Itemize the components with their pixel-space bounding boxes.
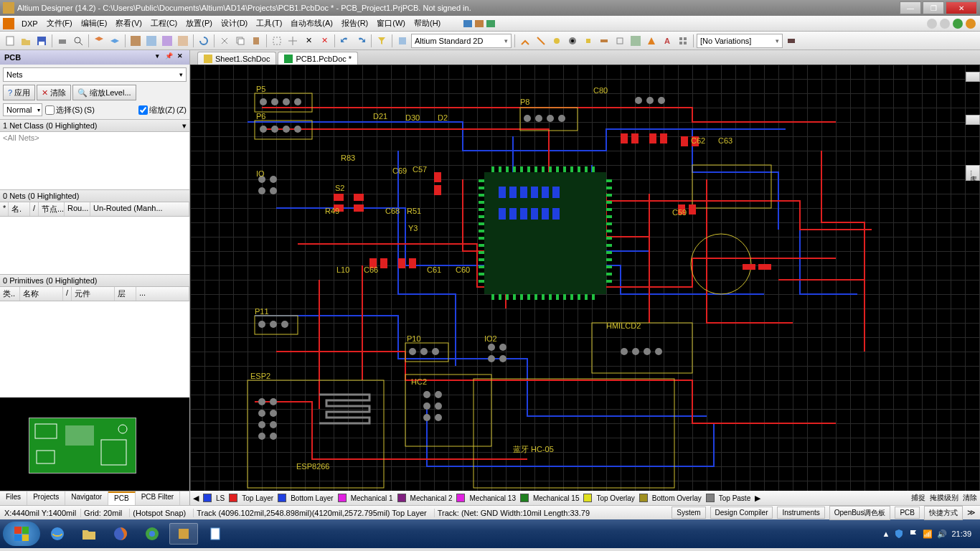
move-button[interactable] [286, 34, 300, 48]
tab-schdoc[interactable]: Sheet1.SchDoc [197, 52, 276, 65]
panel-close-icon[interactable]: ✕ [175, 52, 185, 62]
scale-checkbox[interactable]: 缩放(Z)(Z) [138, 105, 187, 116]
pcb-viewport[interactable]: P5 P6 P8 C80 IO S2 R83 C69 C57 R49 C68 R… [190, 65, 980, 491]
nav-fav[interactable] [966, 19, 976, 29]
menu-report[interactable]: 报告(R) [337, 18, 372, 29]
sel1-button[interactable] [270, 34, 284, 48]
viewmode-combo[interactable]: Altium Standard 2D [411, 34, 512, 48]
task-ie[interactable] [43, 523, 72, 545]
sidetab-lib[interactable]: 库... [966, 165, 980, 181]
p2-button[interactable] [597, 34, 611, 48]
grid2-icon[interactable] [144, 34, 159, 48]
layer-ls[interactable] [203, 494, 212, 502]
clock[interactable]: 21:39 [951, 529, 971, 538]
preview-button[interactable] [71, 34, 85, 48]
browse-button[interactable] [395, 34, 410, 48]
pad-button[interactable] [565, 34, 580, 48]
minimize-button[interactable]: — [900, 1, 921, 14]
layer-mech2[interactable] [397, 494, 406, 502]
apply-button[interactable]: ?应用 [3, 85, 35, 100]
snap-button[interactable]: 捕捉 [911, 493, 925, 503]
nav-back[interactable] [927, 19, 937, 29]
prims-columns[interactable]: 类.. 名称 / 元件 层 ... [0, 287, 189, 301]
dxp-menu[interactable]: DXP [17, 19, 42, 28]
layer-bottom[interactable] [278, 494, 286, 502]
tab-pcbdoc[interactable]: PCB1.PcbDoc * [278, 52, 358, 65]
undo-button[interactable] [338, 34, 352, 48]
sidetab-fav[interactable]: 收藏的 [966, 72, 980, 82]
sb-system[interactable]: System [672, 507, 705, 519]
normal-select[interactable]: Normal [3, 103, 42, 116]
p4-button[interactable] [628, 34, 643, 48]
clear-button[interactable]: ✕清除 [37, 85, 71, 100]
route1-button[interactable] [518, 34, 532, 48]
layer-top[interactable] [229, 494, 237, 502]
layer-toppaste[interactable] [706, 494, 715, 502]
menu-place[interactable]: 放置(P) [182, 18, 217, 29]
nets-list[interactable] [0, 217, 189, 274]
maximize-button[interactable]: ❐ [923, 1, 944, 14]
text-button[interactable]: A [660, 34, 674, 48]
layer-botoverlay[interactable] [639, 494, 648, 502]
board-preview[interactable] [0, 397, 189, 491]
menu-view[interactable]: 察看(V) [111, 18, 146, 29]
tab-files[interactable]: Files [0, 491, 27, 505]
sb-openbus[interactable]: OpenBus调色板 [829, 506, 891, 520]
print-button[interactable] [55, 34, 70, 48]
menu-file[interactable]: 文件(F) [42, 18, 77, 29]
network-icon[interactable]: 📶 [923, 529, 933, 539]
sel2-button[interactable]: ✕ [301, 34, 316, 48]
layer-topoverlay[interactable] [583, 494, 592, 502]
tab-pcbfilter[interactable]: PCB Filter [136, 491, 181, 505]
menu-tools[interactable]: 工具(T) [252, 18, 286, 29]
tab-navigator[interactable]: Navigator [65, 491, 108, 505]
refresh-button[interactable] [197, 34, 211, 48]
close-button[interactable]: ✕ [946, 1, 977, 14]
p5-button[interactable] [644, 34, 659, 48]
volume-icon[interactable]: 🔊 [937, 529, 947, 539]
menu-design[interactable]: 设计(D) [217, 18, 252, 29]
nav-fwd[interactable] [940, 19, 950, 29]
p1-button[interactable] [581, 34, 595, 48]
select-checkbox[interactable]: 选择(S)(S) [45, 105, 94, 116]
netclass-list[interactable]: <All Nets> [0, 132, 189, 189]
copy-button[interactable] [233, 34, 248, 48]
sel3-button[interactable]: ✕ [317, 34, 331, 48]
task-chrome[interactable] [138, 523, 166, 545]
array-button[interactable] [676, 34, 690, 48]
route2-button[interactable] [534, 34, 548, 48]
grid1-icon[interactable] [128, 34, 143, 48]
zoom-button[interactable]: 🔍缩放Level... [72, 85, 136, 100]
layers-button[interactable] [92, 34, 106, 48]
sb-dc[interactable]: Design Compiler [710, 507, 773, 519]
cut-button[interactable] [217, 34, 232, 48]
open-button[interactable] [19, 34, 33, 48]
menu-window[interactable]: 窗口(W) [372, 18, 410, 29]
grid3-icon[interactable] [160, 34, 174, 48]
menu-help[interactable]: 帮助(H) [410, 18, 445, 29]
sb-pcb[interactable]: PCB [895, 507, 920, 519]
tab-pcb[interactable]: PCB [108, 491, 136, 505]
tray-up-icon[interactable]: ▲ [882, 529, 890, 538]
menu-project[interactable]: 工程(C) [146, 18, 182, 29]
task-firefox[interactable] [106, 523, 135, 545]
variations-combo[interactable]: [No Variations] [697, 34, 783, 48]
new-button[interactable] [3, 34, 17, 48]
layers2-button[interactable] [108, 34, 122, 48]
start-button[interactable] [3, 522, 40, 546]
layer-mech1[interactable] [338, 494, 347, 502]
paste-button[interactable] [249, 34, 263, 48]
var-btn[interactable] [784, 34, 798, 48]
p3-button[interactable] [613, 34, 627, 48]
save-button[interactable] [34, 34, 49, 48]
task-explorer[interactable] [75, 523, 103, 545]
tab-projects[interactable]: Projects [27, 491, 65, 505]
filter-button[interactable] [374, 34, 389, 48]
sidetab-clip[interactable]: 剪贴板 [966, 115, 980, 125]
redo-button[interactable] [354, 34, 368, 48]
sb-inst[interactable]: Instruments [777, 507, 824, 519]
sb-shortcut[interactable]: 快捷方式 [924, 506, 963, 520]
panel-pin-icon[interactable]: 📌 [164, 52, 174, 62]
task-notepad[interactable] [201, 523, 230, 545]
mask-button[interactable]: 掩膜级别 [930, 493, 958, 503]
